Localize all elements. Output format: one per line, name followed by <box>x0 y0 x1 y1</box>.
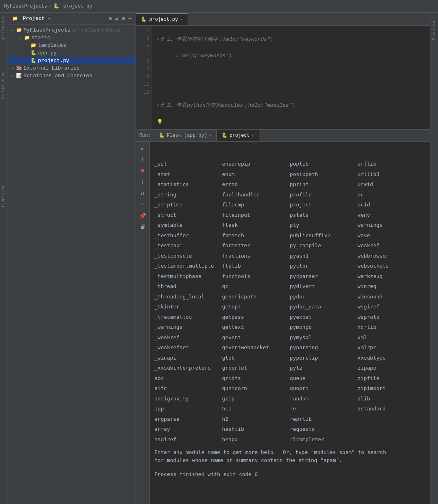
tree-item-external[interactable]: ▸ 📚 External Libraries <box>8 64 136 72</box>
run-tab-project[interactable]: 🐍 project ✕ <box>217 130 259 141</box>
tree-item-projectpy[interactable]: 🐍 project.py <box>8 57 136 64</box>
help-text: Enter any module name to get more help. … <box>154 448 425 464</box>
module-cell: winsound <box>358 292 425 301</box>
run-up-btn[interactable]: ↑ <box>138 155 147 164</box>
module-cell: pyexpat <box>290 313 358 322</box>
module-cell: wsgiref <box>358 302 425 311</box>
code-content[interactable]: ▽# 1. 查看所有的关键字：help("keywords") # help("… <box>152 26 430 129</box>
module-cell: fnmatch <box>222 231 290 240</box>
project-folder-icon: 📁 <box>12 16 18 22</box>
run-pin-btn[interactable]: 📌 <box>138 211 147 220</box>
module-cell: abc <box>154 374 222 383</box>
module-cell: reprlib <box>290 415 358 424</box>
module-row: _warningsgettextpymongoxdrlib <box>154 323 425 332</box>
module-row: antigravitygziprandomzlib <box>154 394 425 403</box>
tree-item-apppy[interactable]: 🐍 app.py <box>8 49 136 57</box>
tree-label-templates: templates <box>38 42 66 48</box>
tab-projectpy[interactable]: 🐍 project.py ✕ <box>136 13 188 25</box>
module-row: _sslensurepippopliburllib <box>154 160 425 168</box>
module-cell: _ssl <box>154 160 222 168</box>
module-cell: pymongo <box>290 323 358 332</box>
title-bar: MyFlaskProjects > 🐍 project.py <box>0 0 438 13</box>
module-cell: _strptime <box>154 200 222 209</box>
sidebar-project-label[interactable]: Project <box>23 16 45 22</box>
project-tab-vertical[interactable]: 1: Project <box>0 13 8 43</box>
module-row: _testbufferfnmatchpublicsuffix2wave <box>154 231 425 240</box>
module-cell: webbrowser <box>358 252 425 260</box>
module-cell: re <box>290 404 358 413</box>
structure-tab-vertical[interactable]: 2: Structure <box>0 67 8 102</box>
run-tab-flask[interactable]: 🐍 Flask (app.py) ✕ <box>154 130 217 141</box>
module-cell: random <box>290 394 358 403</box>
run-trash-btn[interactable]: 🗑 <box>138 222 147 231</box>
module-cell: _string <box>154 190 222 199</box>
favorites-tab-vertical[interactable]: Favorites <box>0 182 8 210</box>
code-area: 4 5 6 7 8 9 10 11 12 ▽# 1. 查看所有的关键字：help… <box>136 26 430 129</box>
run-scroll-btn[interactable]: ≡ <box>138 200 147 209</box>
run-stop-btn[interactable]: ■ <box>138 166 147 175</box>
favorites-icon[interactable]: Favorites <box>431 16 438 42</box>
fold-arrow-8[interactable]: ▽ <box>157 102 159 109</box>
module-cell: winreg <box>358 282 425 291</box>
module-cell: argparse <box>154 415 222 424</box>
module-cell: gunicorn <box>222 384 290 393</box>
module-row: asgirefheapqrlcompleter <box>154 435 425 444</box>
run-tab-flask-close[interactable]: ✕ <box>209 133 212 138</box>
module-row: _testmultiphasefunctoolspycparserwerkzeu… <box>154 272 425 281</box>
run-output[interactable]: _sslensurepippopliburllib_statenumposixp… <box>150 142 430 504</box>
left-gutter: 1: Project 2: Structure Favorites <box>0 13 8 504</box>
module-cell: xxsubtype <box>358 354 425 362</box>
tree-item-myflaskprojects[interactable]: ▾ 📁 MyFlaskProjects E:\MyFlaskProjects <box>8 26 136 34</box>
module-cell: glob <box>222 354 290 362</box>
module-cell: errno <box>222 180 290 189</box>
run-rerun-btn[interactable]: ↺ <box>138 189 147 198</box>
module-row: _testimportmultipleftplibpyclbrwebsocket… <box>154 262 425 270</box>
module-row: abcgridfsqueuezipfile <box>154 374 425 383</box>
folder-icon-myflaskprojects: 📁 <box>16 27 22 33</box>
module-cell: pytz <box>290 364 358 372</box>
tree-item-templates[interactable]: 📁 templates <box>8 42 136 49</box>
code-line-9: 💡 <box>157 118 425 126</box>
module-cell: _testcapi <box>154 241 222 250</box>
module-cell: _warnings <box>154 323 222 332</box>
module-cell: _symtable <box>154 221 222 230</box>
tab-close-projectpy[interactable]: ✕ <box>180 17 183 22</box>
module-cell: geventwebsocket <box>222 343 290 352</box>
bottom-panel: Run: 🐍 Flask (app.py) ✕ 🐍 project ✕ ▶ ↑ <box>136 129 430 504</box>
module-cell: weakref <box>358 241 425 250</box>
module-row: _tkintergetoptpydoc_datawsgiref <box>154 302 425 311</box>
run-play-btn[interactable]: ▶ <box>138 144 147 153</box>
module-cell: filecmp <box>222 200 290 209</box>
module-row: _testcapiformatterpy_compileweakref <box>154 241 425 250</box>
module-cell: formatter <box>222 241 290 250</box>
tree-item-scratches[interactable]: ▸ 📝 Scratches and Consoles <box>8 72 136 80</box>
settings-icon[interactable]: ⚙ <box>122 15 125 22</box>
fold-arrow-4[interactable]: ▽ <box>157 36 159 43</box>
module-cell: flask <box>222 221 290 230</box>
module-cell: zipimport <box>358 384 425 393</box>
process-finished-text: Process finished with exit code 0 <box>154 470 425 478</box>
minimize-icon[interactable]: − <box>128 16 132 22</box>
run-down-btn[interactable]: ↓ <box>138 178 147 186</box>
module-cell: requests <box>290 425 358 434</box>
lib-icon-external: 📚 <box>16 65 22 71</box>
sidebar-dropdown-icon[interactable]: ▾ <box>48 16 50 21</box>
module-row: _threading_localgenericpathpydocwinsound <box>154 292 425 301</box>
module-cell: _testbuffer <box>154 231 222 240</box>
breadcrumb-project[interactable]: MyFlaskProjects <box>4 4 47 9</box>
module-cell: pydivert <box>290 282 358 291</box>
module-cell: quopri <box>290 384 358 393</box>
module-cell: _weakref <box>154 333 222 342</box>
sync-icon[interactable]: ⊕ <box>108 15 112 22</box>
tree-arrow-external: ▸ <box>10 66 16 71</box>
split-icon[interactable]: ⇄ <box>115 15 118 22</box>
module-cell: pyasn1 <box>290 252 358 260</box>
module-cell: publicsuffix2 <box>290 231 358 240</box>
run-tab-project-close[interactable]: ✕ <box>252 133 254 138</box>
run-content: ▶ ↑ ■ ↓ ↺ ≡ 📌 🗑 _sslensurepippopliburlli… <box>136 142 430 504</box>
module-cell: urllib3 <box>358 170 425 179</box>
tree-item-static[interactable]: ▸ 📁 static <box>8 34 136 42</box>
module-cell: warnings <box>358 221 425 230</box>
run-tab-bar: Run: 🐍 Flask (app.py) ✕ 🐍 project ✕ <box>136 130 430 142</box>
module-row: _stringfaulthandlerprofileuu <box>154 190 425 199</box>
